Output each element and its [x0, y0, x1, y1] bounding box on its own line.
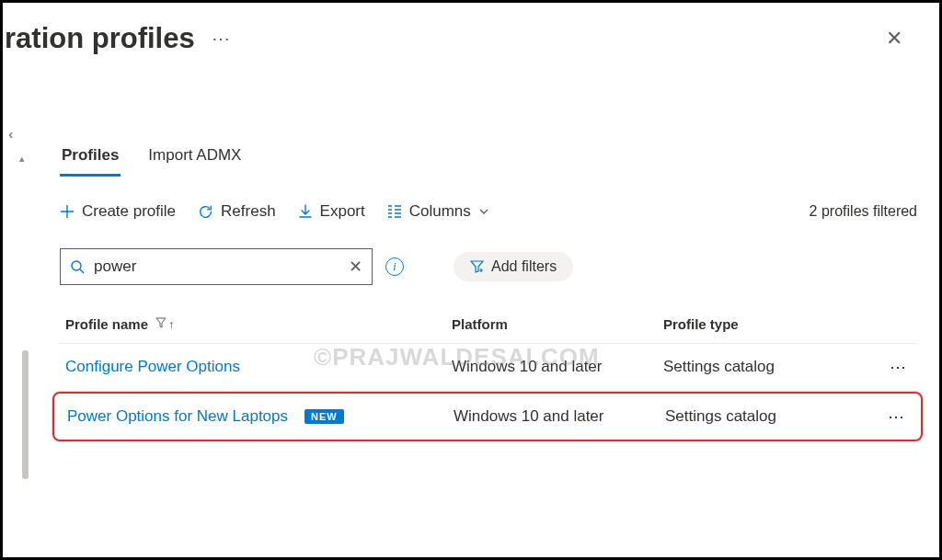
info-icon[interactable]: i: [385, 257, 404, 276]
columns-icon: [387, 205, 402, 218]
scroll-up-arrow-icon[interactable]: ▴: [19, 153, 25, 165]
row-more-icon[interactable]: ⋯: [890, 358, 908, 376]
cell-platform: Windows 10 and later: [452, 358, 663, 376]
columns-button[interactable]: Columns: [387, 202, 489, 221]
create-profile-button[interactable]: Create profile: [60, 202, 176, 221]
add-filters-button[interactable]: Add filters: [454, 252, 573, 281]
cell-type: Settings catalog: [663, 358, 880, 376]
column-profile-type[interactable]: Profile type: [663, 316, 880, 332]
chevron-down-icon: [478, 206, 489, 217]
profile-link[interactable]: Power Options for New Laptops: [67, 407, 288, 426]
search-input[interactable]: [94, 257, 349, 276]
plus-icon: [60, 204, 75, 219]
cell-type: Settings catalog: [665, 407, 879, 426]
filter-icon: [470, 260, 484, 273]
filter-column-icon[interactable]: [155, 317, 167, 331]
columns-label: Columns: [409, 202, 471, 221]
close-icon[interactable]: ✕: [877, 21, 912, 56]
search-box[interactable]: ✕: [60, 248, 373, 285]
column-platform[interactable]: Platform: [452, 316, 663, 332]
header-more-icon[interactable]: ⋯: [212, 28, 231, 50]
tab-profiles[interactable]: Profiles: [60, 141, 121, 177]
sort-asc-icon[interactable]: ↑: [168, 317, 175, 331]
add-filters-label: Add filters: [491, 258, 557, 275]
filter-count-text: 2 profiles filtered: [810, 203, 917, 220]
search-icon: [70, 259, 85, 274]
refresh-label: Refresh: [221, 202, 276, 221]
export-label: Export: [320, 202, 365, 221]
cell-platform: Windows 10 and later: [454, 407, 665, 426]
row-more-icon[interactable]: ⋯: [888, 407, 906, 426]
refresh-button[interactable]: Refresh: [198, 202, 276, 221]
table-row[interactable]: Configure Power Options Windows 10 and l…: [60, 344, 917, 390]
scrollbar-thumb[interactable]: [22, 350, 29, 479]
tab-import-admx[interactable]: Import ADMX: [146, 141, 243, 177]
svg-point-0: [72, 261, 81, 270]
table-row[interactable]: Power Options for New Laptops NEW Window…: [52, 392, 923, 441]
export-button[interactable]: Export: [298, 202, 365, 221]
column-profile-name[interactable]: Profile name: [65, 316, 148, 332]
collapse-sidebar-icon[interactable]: ‹‹: [8, 127, 9, 142]
page-title: ration profiles: [5, 22, 195, 55]
clear-search-icon[interactable]: ✕: [349, 257, 362, 277]
tab-bar: Profiles Import ADMX: [60, 141, 917, 177]
create-profile-label: Create profile: [82, 202, 176, 221]
profile-link[interactable]: Configure Power Options: [65, 358, 240, 376]
new-badge: NEW: [304, 409, 344, 424]
refresh-icon: [198, 204, 213, 220]
table-header: Profile name ↑ Platform Profile type: [60, 311, 917, 344]
download-icon: [298, 204, 313, 219]
